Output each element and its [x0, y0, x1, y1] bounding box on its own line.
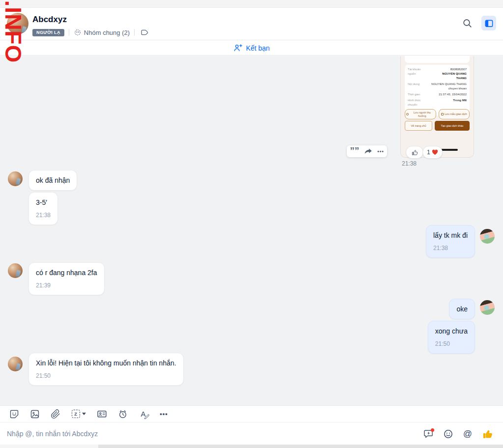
quick-message-button[interactable]	[421, 427, 435, 441]
heart-icon	[432, 149, 438, 156]
screenshot-z-icon: Z	[72, 410, 80, 418]
contact-card-icon	[97, 409, 107, 419]
divider	[69, 29, 69, 36]
sidebar-panel-icon	[484, 19, 494, 28]
receipt-save-beneficiary-button: Lưu người thụ hưởng	[405, 109, 436, 119]
message-time: 21:50	[435, 340, 468, 347]
conversation-info-toggle[interactable]	[481, 16, 496, 30]
contact-name: Abcdxyz	[32, 15, 67, 25]
message-bubble[interactable]: lấy tk mk đi 21:38	[426, 225, 475, 258]
message-text: xong chưa	[435, 327, 468, 335]
image-button[interactable]	[27, 407, 43, 421]
tag-icon[interactable]	[139, 27, 150, 38]
message-time: 21:38	[36, 212, 51, 219]
mutual-groups-label: Nhóm chung (2)	[84, 29, 130, 36]
message-bubble[interactable]: 3-5′ 21:38	[28, 192, 58, 225]
mutual-groups-link[interactable]: Nhóm chung (2)	[74, 28, 130, 36]
emoji-icon	[443, 429, 453, 439]
contact-message-avatar[interactable]	[8, 357, 23, 371]
add-friend-label: Kết bạn	[246, 44, 270, 52]
message-time: 21:39	[36, 282, 97, 289]
screenshot-button[interactable]: Z	[68, 407, 89, 421]
receipt-new-transaction-button: Tạo giao dịch khác	[435, 121, 470, 131]
forward-icon[interactable]	[364, 148, 372, 155]
reaction-count: 1	[427, 149, 430, 156]
more-tools-button[interactable]: •••	[156, 407, 172, 421]
image-icon	[30, 409, 40, 419]
message-bubble[interactable]: có r đang nhạna 2fa 21:39	[28, 262, 105, 295]
contact-card-button[interactable]	[94, 407, 110, 421]
message-text: Xin lỗi! Hiện tại tôi không muốn nhận ti…	[36, 359, 176, 367]
contact-message-avatar[interactable]	[8, 263, 23, 278]
attach-file-button[interactable]	[47, 407, 63, 421]
receipt-row-value: 8008082007NGUYEN QUANG THANG	[431, 67, 467, 81]
receipt-row-label: Nội dung	[408, 82, 429, 91]
receipt-row-label: Thời gian	[408, 92, 429, 97]
search-icon	[462, 18, 473, 28]
message-bubble[interactable]: ok đã nhận	[28, 170, 77, 191]
receipt-row-label: Tài khoản nguồn	[408, 67, 429, 81]
own-message-avatar[interactable]	[480, 229, 495, 244]
paperclip-icon	[51, 409, 60, 419]
contact-message-avatar[interactable]	[8, 171, 23, 186]
message-text: có r đang nhạna 2fa	[36, 269, 97, 277]
receipt-save-template-button: Lưu mẫu giao dịch	[439, 109, 470, 119]
chat-header: Abcdxyz NGƯỜI LẠ Nhóm chung (2)	[0, 8, 503, 40]
receipt-detail-card: Tài khoản nguồn 8008082007NGUYEN QUANG T…	[405, 65, 470, 115]
message-bubble[interactable]: xong chưa 21:50	[428, 321, 475, 354]
receipt-row-value: 21:37:43, 15/04/2022	[439, 92, 467, 97]
receipt-row-value: Trong MB	[453, 98, 467, 107]
receipt-amount-box-partial	[405, 56, 470, 63]
message-hover-actions: ”” •••	[347, 145, 387, 157]
composer: @	[0, 423, 503, 445]
receipt-row-value: NGUYEN QUANG THANG chuyen khoan	[431, 82, 467, 91]
add-friend-bar[interactable]: Kết bạn	[0, 41, 503, 56]
tag-icon-glyph	[140, 28, 149, 37]
message-text: ok đã nhận	[36, 176, 70, 184]
send-like-button[interactable]	[480, 427, 494, 441]
contact-avatar[interactable]	[7, 13, 28, 34]
like-reaction-button[interactable]	[406, 146, 423, 159]
mention-button[interactable]: @	[461, 427, 475, 441]
window-bottom-strip	[0, 445, 503, 448]
more-icon: •••	[160, 410, 168, 418]
stranger-badge: NGƯỜI LẠ	[32, 29, 64, 36]
message-bubble[interactable]: Xin lỗi! Hiện tại tôi không muốn nhận ti…	[28, 353, 184, 386]
notification-dot	[431, 428, 434, 432]
format-text-icon: A	[140, 410, 145, 418]
message-list[interactable]: Tài khoản nguồn 8008082007NGUYEN QUANG T…	[0, 56, 503, 405]
message-time: 21:38	[402, 160, 417, 167]
format-text-button[interactable]: A	[135, 407, 151, 421]
thumbs-up-send-icon	[482, 428, 493, 440]
message-text: oke	[456, 305, 468, 313]
receipt-image-message[interactable]: Tài khoản nguồn 8008082007NGUYEN QUANG T…	[400, 56, 474, 158]
person-add-icon	[233, 43, 243, 53]
receipt-row-label: Hình thức chuyển	[408, 98, 429, 107]
emoji-button[interactable]	[441, 427, 455, 441]
more-actions-icon[interactable]: •••	[377, 149, 384, 154]
reminder-button[interactable]	[114, 407, 131, 421]
window-top-strip	[0, 0, 503, 8]
message-text: lấy tk mk đi	[433, 231, 468, 239]
own-message-avatar[interactable]	[480, 300, 495, 315]
sticker-button[interactable]	[6, 407, 22, 421]
message-bubble[interactable]: oke	[449, 299, 475, 319]
reaction-count-badge[interactable]: 1	[422, 146, 443, 159]
divider	[134, 29, 135, 36]
search-button[interactable]	[460, 16, 475, 30]
composer-toolbar: Z A •••	[0, 405, 503, 422]
at-icon: @	[463, 429, 472, 439]
quote-reply-icon[interactable]: ””	[350, 148, 359, 155]
message-text: 3-5′	[36, 198, 47, 206]
message-time: 21:50	[36, 372, 176, 379]
sticker-icon	[9, 409, 19, 419]
message-input[interactable]	[0, 430, 421, 438]
message-time: 21:38	[433, 245, 468, 252]
receipt-home-button: Về trang chủ	[405, 121, 432, 131]
alarm-clock-icon	[118, 409, 128, 419]
group-icon	[74, 28, 82, 36]
chevron-down-icon	[82, 413, 86, 415]
thumbs-up-icon	[411, 149, 419, 156]
